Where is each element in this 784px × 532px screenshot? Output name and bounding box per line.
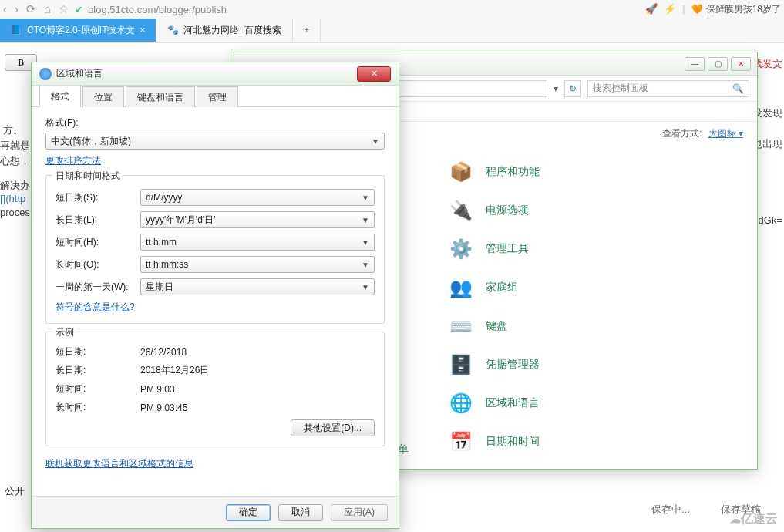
- browser-tab[interactable]: 🐾 河北魅力网络_百度搜索: [156, 19, 293, 42]
- long-time-combobox[interactable]: tt h:mm:ss ▼: [140, 256, 375, 273]
- cp-item-region-language[interactable]: 🌐 区域和语言: [447, 384, 745, 423]
- dialog-title: 区域和语言: [56, 67, 103, 80]
- tab-add-button[interactable]: +: [293, 19, 321, 42]
- short-date-combobox[interactable]: d/M/yyyy ▼: [140, 189, 375, 206]
- example-group: 示例 短日期: 26/12/2018 长日期: 2018年12月26日 短时间:…: [45, 332, 385, 446]
- bg-text: dGk=: [759, 214, 782, 226]
- globe-clock-icon: 🌐: [447, 389, 475, 417]
- lightning-icon[interactable]: ⚡: [664, 3, 676, 16]
- chevron-down-icon: ▼: [362, 238, 369, 247]
- format-label: 格式(F):: [45, 116, 385, 130]
- dialog-tabs: 格式 位置 键盘和语言 管理: [32, 86, 399, 107]
- power-icon: 🔌: [447, 197, 475, 224]
- nav-icons: ‹ › ⟳ ⌂ ☆: [3, 2, 69, 16]
- tab-favicon: 📘: [11, 25, 22, 35]
- maximize-button[interactable]: ▢: [708, 57, 728, 71]
- forward-icon[interactable]: ›: [15, 2, 19, 16]
- close-button[interactable]: ✕: [357, 66, 391, 82]
- search-icon: 🔍: [732, 83, 744, 94]
- safe-icon: 🗄️: [447, 351, 475, 379]
- change-sort-link[interactable]: 更改排序方法: [45, 155, 101, 166]
- home-icon[interactable]: ⌂: [44, 2, 51, 16]
- tab-keyboard-language[interactable]: 键盘和语言: [126, 86, 195, 107]
- bg-text: 心想，: [0, 154, 30, 168]
- search-input[interactable]: 搜索控制面板 🔍: [587, 80, 749, 97]
- visibility-label: 公开: [5, 484, 25, 498]
- tab-format[interactable]: 格式: [39, 86, 81, 107]
- chevron-down-icon: ▼: [362, 194, 369, 202]
- bg-text: 方。: [3, 123, 23, 137]
- calendar-icon: 📅: [447, 428, 475, 456]
- bg-text: 单: [398, 443, 409, 456]
- cp-item-keyboard[interactable]: ⌨️ 键盘: [447, 307, 745, 345]
- dialog-body: 格式(F): 中文(简体，新加坡) ▼ 更改排序方法 日期和时间格式 短日期(S…: [32, 107, 399, 496]
- refresh-icon[interactable]: ↻: [564, 80, 581, 97]
- close-button[interactable]: ✕: [731, 57, 751, 71]
- ok-button[interactable]: 确定: [226, 504, 271, 521]
- format-combobox[interactable]: 中文(简体，新加坡) ▼: [45, 133, 385, 150]
- view-mode-dropdown[interactable]: 大图标 ▾: [708, 127, 743, 140]
- other-settings-button[interactable]: 其他设置(D)...: [291, 419, 375, 436]
- dialog-titlebar: 区域和语言 ✕: [32, 62, 399, 86]
- tab-location[interactable]: 位置: [82, 86, 124, 107]
- cp-item-programs[interactable]: 📦 程序和功能: [447, 153, 745, 191]
- browser-tab-active[interactable]: 📘 CTO博客2.0-原创IT技术文 ×: [0, 19, 156, 42]
- cp-item-credentials[interactable]: 🗄️ 凭据管理器: [447, 345, 745, 384]
- cp-item-datetime[interactable]: 📅 日期和时间: [447, 423, 745, 461]
- cp-item-power[interactable]: 🔌 电源选项: [447, 191, 745, 230]
- lock-icon: ✔: [75, 4, 83, 15]
- first-day-combobox[interactable]: 星期日 ▼: [140, 278, 375, 295]
- symbol-meaning-link[interactable]: 符号的含意是什么?: [56, 301, 135, 312]
- globe-icon: [39, 68, 52, 80]
- tab-strip: 📘 CTO博客2.0-原创IT技术文 × 🐾 河北魅力网络_百度搜索 +: [0, 19, 784, 42]
- short-time-combobox[interactable]: tt h:mm ▼: [140, 234, 375, 251]
- tab-admin[interactable]: 管理: [197, 86, 238, 107]
- example-long-time: PM 9:03:45: [140, 402, 187, 413]
- star-icon[interactable]: ☆: [59, 2, 69, 16]
- chevron-down-icon: ▼: [372, 137, 379, 146]
- tab-close-icon[interactable]: ×: [140, 25, 145, 35]
- favorite-item[interactable]: 🧡 保鲜膜男孩18岁了: [691, 3, 781, 16]
- fav-icon: 🧡: [691, 4, 703, 15]
- tab-favicon: 🐾: [167, 25, 179, 35]
- bg-text: 再就是: [0, 139, 30, 153]
- rocket-icon[interactable]: 🚀: [645, 3, 658, 16]
- chevron-down-icon: ▼: [362, 261, 369, 269]
- example-short-date: 26/12/2018: [140, 347, 187, 358]
- apply-button[interactable]: 应用(A): [331, 504, 388, 521]
- keyboard-icon: ⌨️: [447, 312, 475, 340]
- saving-text: 保存中...: [651, 503, 690, 517]
- region-language-dialog: 区域和语言 ✕ 格式 位置 键盘和语言 管理 格式(F): 中文(简体，新加坡)…: [31, 62, 399, 529]
- long-date-combobox[interactable]: yyyy'年'M'月'd'日' ▼: [140, 211, 375, 228]
- dialog-footer: 确定 取消 应用(A): [32, 496, 399, 528]
- url-bar[interactable]: ✔ blog.51cto.com/blogger/publish: [75, 4, 639, 15]
- homegroup-icon: 👥: [447, 274, 475, 301]
- programs-icon: 📦: [447, 158, 475, 186]
- url-text: blog.51cto.com/blogger/publish: [88, 4, 227, 15]
- chevron-down-icon: ▼: [362, 216, 369, 224]
- reload-icon[interactable]: ⟳: [26, 2, 36, 16]
- gear-icon: ⚙️: [447, 235, 475, 263]
- cp-item-homegroup[interactable]: 👥 家庭组: [447, 268, 745, 307]
- cp-item-admin-tools[interactable]: ⚙️ 管理工具: [447, 230, 745, 268]
- online-info-link[interactable]: 联机获取更改语言和区域格式的信息: [45, 458, 193, 469]
- bg-text: proces: [0, 207, 30, 218]
- brand-watermark: ☁亿速云: [730, 511, 778, 527]
- example-short-time: PM 9:03: [140, 384, 175, 395]
- chevron-down-icon: ▼: [362, 283, 369, 291]
- minimize-button[interactable]: —: [685, 57, 705, 71]
- datetime-format-group: 日期和时间格式 短日期(S): d/M/yyyy ▼ 长日期(L): yyyy'…: [45, 175, 385, 324]
- bg-text: [](http: [0, 193, 25, 204]
- browser-chrome: ‹ › ⟳ ⌂ ☆ ✔ blog.51cto.com/blogger/publi…: [0, 0, 784, 43]
- example-long-date: 2018年12月26日: [140, 364, 209, 377]
- bg-text: 解决办: [0, 179, 30, 193]
- cancel-button[interactable]: 取消: [278, 504, 323, 521]
- back-icon[interactable]: ‹: [3, 2, 7, 16]
